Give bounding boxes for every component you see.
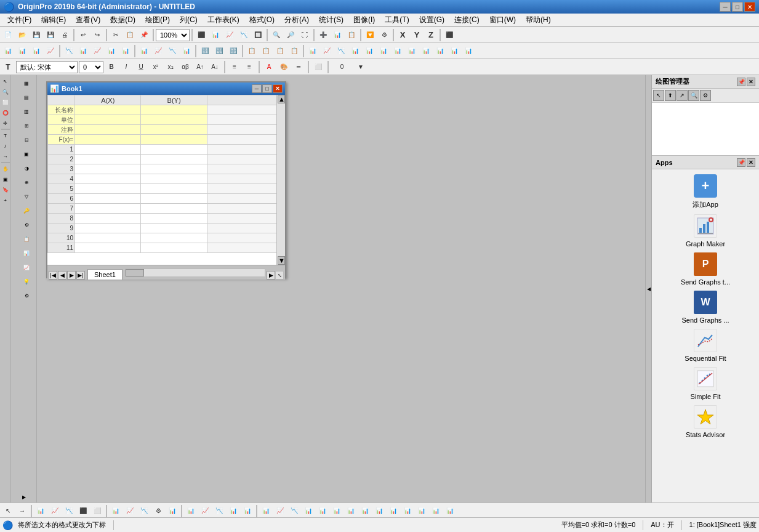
font-up-btn[interactable]: A↑ bbox=[193, 60, 207, 74]
side-btn6[interactable]: ▣ bbox=[12, 147, 37, 161]
tb-btn5[interactable]: ⬛ bbox=[195, 28, 208, 42]
gm-btn1[interactable]: ↖ bbox=[653, 90, 664, 101]
line-color-btn[interactable]: ━ bbox=[292, 60, 305, 74]
border-btn[interactable]: ⬜ bbox=[311, 60, 325, 74]
side-btn10[interactable]: 🔑 bbox=[12, 204, 37, 217]
cell-b-6[interactable] bbox=[141, 194, 207, 204]
side-btn14[interactable]: 📈 bbox=[12, 260, 37, 274]
bt-btn4[interactable]: 📈 bbox=[48, 504, 62, 518]
sidebar-collapse-btn[interactable]: ▶ bbox=[12, 493, 35, 501]
cell-b-unit[interactable] bbox=[141, 115, 207, 125]
tb2-btn16[interactable]: 🔡 bbox=[227, 44, 240, 58]
side-btn13[interactable]: 📊 bbox=[12, 246, 37, 260]
tb2-btn8[interactable]: 📊 bbox=[105, 44, 118, 58]
bt-btn14[interactable]: 📈 bbox=[198, 504, 212, 518]
cell-b-longname[interactable] bbox=[141, 105, 207, 115]
bt-btn20[interactable]: 📉 bbox=[287, 504, 301, 518]
bt-btn21[interactable]: 📊 bbox=[302, 504, 315, 518]
tb2-btn28[interactable]: 📊 bbox=[405, 44, 419, 58]
side-btn8[interactable]: ⊕ bbox=[12, 175, 37, 189]
cell-b-5[interactable] bbox=[141, 184, 207, 194]
scrollbar-y-down[interactable]: ▼ bbox=[278, 256, 285, 265]
tb2-btn5[interactable]: 📉 bbox=[62, 44, 76, 58]
sheet-last-btn[interactable]: ▶| bbox=[76, 271, 85, 280]
menu-plot[interactable]: 绘图(P) bbox=[140, 14, 175, 26]
tb2-btn31[interactable]: 📊 bbox=[448, 44, 461, 58]
bt-btn28[interactable]: 📊 bbox=[401, 504, 414, 518]
tb-btn10[interactable]: 🔍 bbox=[270, 28, 283, 42]
tb-btn12[interactable]: ⛶ bbox=[298, 28, 311, 42]
tb-btn7[interactable]: 📈 bbox=[223, 28, 236, 42]
side-btn4[interactable]: ⊞ bbox=[12, 119, 37, 132]
cell-a-comment[interactable] bbox=[75, 125, 141, 135]
menu-settings[interactable]: 设置(G) bbox=[414, 14, 449, 26]
cell-a-9[interactable] bbox=[75, 224, 141, 233]
fill-color-btn[interactable]: A bbox=[262, 60, 276, 74]
cell-b-10[interactable] bbox=[141, 233, 207, 243]
cell-a-8[interactable] bbox=[75, 214, 141, 224]
right-collapse-btn[interactable]: ◀ bbox=[645, 75, 651, 502]
sheet-tab-1[interactable]: Sheet1 bbox=[87, 269, 122, 280]
cell-a-7[interactable] bbox=[75, 204, 141, 214]
align-left-btn[interactable]: ≡ bbox=[228, 60, 241, 74]
tb2-btn20[interactable]: 📋 bbox=[287, 44, 301, 58]
app-item-simple-fit[interactable]: Simple Fit bbox=[657, 367, 754, 400]
app-item-send-word[interactable]: W Send Graphs ... bbox=[657, 291, 754, 324]
bt-btn16[interactable]: 📊 bbox=[227, 504, 240, 518]
cut-btn[interactable]: ✂ bbox=[109, 28, 122, 42]
menu-image[interactable]: 图像(I) bbox=[348, 14, 380, 26]
book1-maximize-btn[interactable]: □ bbox=[262, 84, 272, 93]
tb2-btn19[interactable]: 📋 bbox=[273, 44, 287, 58]
bt-btn2[interactable]: → bbox=[15, 504, 29, 518]
app-item-stats-advisor[interactable]: Stats Advisor bbox=[657, 405, 754, 438]
cell-b-1[interactable] bbox=[141, 145, 207, 155]
menu-edit[interactable]: 编辑(E) bbox=[36, 14, 71, 26]
zoom-in-tool[interactable]: 🔍 bbox=[1, 87, 10, 97]
cell-a-longname[interactable] bbox=[75, 105, 141, 115]
close-button[interactable]: ✕ bbox=[744, 2, 755, 12]
bt-btn9[interactable]: 📈 bbox=[123, 504, 137, 518]
menu-worksheet[interactable]: 工作表(K) bbox=[203, 14, 244, 26]
bt-btn1[interactable]: ↖ bbox=[1, 504, 15, 518]
cell-a-4[interactable] bbox=[75, 174, 141, 184]
gm-btn4[interactable]: 🔍 bbox=[688, 90, 699, 101]
side-btn9[interactable]: ▽ bbox=[12, 190, 37, 203]
app-item-send-ppt[interactable]: P Send Graphs t... bbox=[657, 252, 754, 286]
undo-btn[interactable]: ↩ bbox=[76, 28, 90, 42]
scrollbar-x-thumb[interactable] bbox=[126, 269, 144, 276]
bt-btn18[interactable]: 📊 bbox=[259, 504, 273, 518]
apps-pin-btn[interactable]: 📌 bbox=[737, 158, 745, 167]
tb2-btn18[interactable]: 📋 bbox=[259, 44, 273, 58]
menu-view[interactable]: 查看(V) bbox=[71, 14, 105, 26]
graph-manager-x-btn[interactable]: ✕ bbox=[747, 78, 755, 86]
tb2-btn7[interactable]: 📈 bbox=[90, 44, 104, 58]
tb2-btn24[interactable]: 📊 bbox=[348, 44, 362, 58]
tb3-extra[interactable]: ▼ bbox=[354, 60, 367, 74]
cell-b-comment[interactable] bbox=[141, 125, 207, 135]
tb2-btn25[interactable]: 📊 bbox=[363, 44, 376, 58]
text-tool[interactable]: T bbox=[1, 131, 10, 140]
tb2-btn27[interactable]: 📊 bbox=[391, 44, 404, 58]
cell-b-3[interactable] bbox=[141, 164, 207, 174]
book1-title-controls[interactable]: ─ □ ✕ bbox=[252, 84, 283, 93]
side-btn16[interactable]: ⚙ bbox=[12, 289, 37, 302]
cell-b-9[interactable] bbox=[141, 224, 207, 233]
cell-b-8[interactable] bbox=[141, 214, 207, 224]
sheet-scrollbar-x[interactable] bbox=[125, 268, 265, 277]
tb3-btn-t[interactable]: T bbox=[1, 60, 15, 74]
bt-btn5[interactable]: 📉 bbox=[62, 504, 76, 518]
sheet-first-btn[interactable]: |◀ bbox=[49, 271, 57, 280]
bt-btn10[interactable]: 📉 bbox=[137, 504, 151, 518]
underline-btn[interactable]: U bbox=[134, 60, 148, 74]
menu-analysis[interactable]: 分析(A) bbox=[279, 14, 314, 26]
tb-btn11[interactable]: 🔎 bbox=[284, 28, 297, 42]
paste-btn[interactable]: 📌 bbox=[137, 28, 151, 42]
sheet-next-btn[interactable]: ▶ bbox=[67, 271, 76, 280]
bg-color-btn[interactable]: 🎨 bbox=[277, 60, 291, 74]
tb2-btn10[interactable]: 📊 bbox=[137, 44, 151, 58]
gm-btn3[interactable]: ↗ bbox=[677, 90, 688, 101]
save-as-btn[interactable]: 💾 bbox=[44, 28, 57, 42]
side-btn7[interactable]: ◑ bbox=[12, 161, 37, 175]
tb2-btn23[interactable]: 📉 bbox=[334, 44, 348, 58]
bt-btn26[interactable]: 📊 bbox=[372, 504, 386, 518]
